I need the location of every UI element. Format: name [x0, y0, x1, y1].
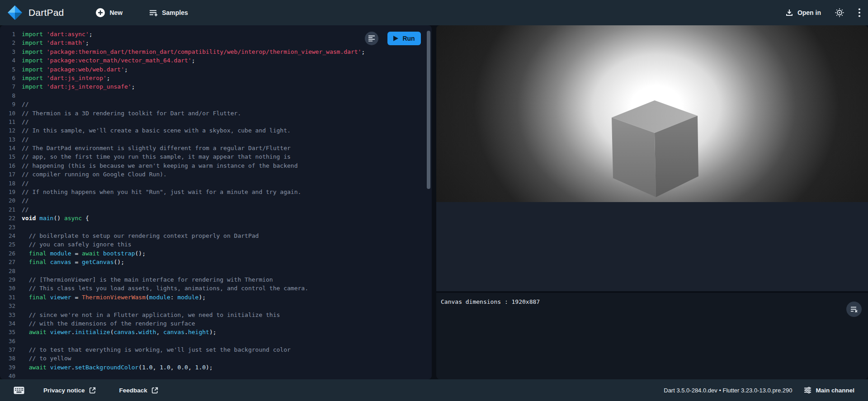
code-line[interactable]: 17// compiler running on Google Cloud Ru…	[0, 170, 432, 179]
clear-console-button[interactable]	[846, 302, 862, 317]
code-line-text: import 'dart:js_interop_unsafe';	[22, 82, 135, 91]
overflow-menu-button[interactable]	[858, 8, 861, 18]
code-line[interactable]: 34 // with the dimensions of the renderi…	[0, 319, 432, 328]
line-number: 29	[0, 275, 15, 284]
channel-label: Main channel	[816, 387, 854, 394]
samples-button-label: Samples	[162, 9, 188, 16]
cube-3d-render	[609, 100, 700, 201]
code-line-text: // Thermion is a 3D rendering toolkit fo…	[22, 109, 241, 118]
code-line-text: //	[22, 135, 29, 144]
code-line[interactable]: 9//	[0, 100, 432, 109]
open-in-button[interactable]: Open in	[785, 9, 821, 17]
line-number: 26	[0, 249, 15, 258]
line-number: 3	[0, 47, 15, 56]
feedback-link[interactable]: Feedback	[119, 387, 158, 394]
open-in-new-icon	[151, 387, 158, 394]
channel-selector[interactable]: Main channel	[804, 387, 854, 394]
code-line[interactable]: 21//	[0, 205, 432, 214]
code-line[interactable]: 13//	[0, 135, 432, 144]
feedback-label: Feedback	[119, 387, 147, 394]
code-line[interactable]: 27 final canvas = getCanvas();	[0, 258, 432, 266]
code-line-text: //	[22, 118, 29, 126]
code-line[interactable]: 26 final module = await bootstrap();	[0, 249, 432, 258]
code-line-text: import 'dart:math';	[22, 38, 89, 47]
code-line[interactable]: 24 // boilerplate to setup our rendering…	[0, 231, 432, 240]
line-number: 31	[0, 293, 15, 302]
code-line[interactable]: 22void main() async {	[0, 214, 432, 222]
line-number: 38	[0, 354, 15, 363]
code-line-text: import 'dart:js_interop';	[22, 74, 110, 82]
code-line[interactable]: 3import 'package:thermion_dart/thermion_…	[0, 47, 432, 56]
code-line-text: final viewer = ThermionViewerWasm(module…	[22, 293, 206, 302]
line-number: 8	[0, 91, 15, 100]
code-line[interactable]: 10// Thermion is a 3D rendering toolkit …	[0, 109, 432, 118]
status-bar: Privacy notice Feedback Dart 3.5.0-284.0…	[0, 379, 868, 401]
keyboard-shortcuts-button[interactable]	[14, 387, 24, 394]
code-line[interactable]: 37 // to test that everything is working…	[0, 345, 432, 354]
theme-brightness-button[interactable]	[835, 8, 844, 18]
code-line-text: //	[22, 205, 29, 214]
add-circle-icon	[95, 8, 105, 18]
code-line[interactable]: 18//	[0, 179, 432, 188]
code-line[interactable]: 14// The DartPad environment is slightly…	[0, 144, 432, 152]
format-button[interactable]	[365, 32, 378, 45]
code-line[interactable]: 25 // you can safely ignore this	[0, 240, 432, 249]
code-line[interactable]: 7import 'dart:js_interop_unsafe';	[0, 82, 432, 91]
line-number: 40	[0, 372, 15, 379]
code-line[interactable]: 29 // [ThermionViewer] is the main inter…	[0, 275, 432, 284]
frame-background	[436, 202, 868, 291]
code-line[interactable]: 40	[0, 372, 432, 379]
code-line-text: // happening (this is because we aren't …	[22, 161, 297, 170]
render-canvas[interactable]	[436, 25, 868, 202]
new-button[interactable]: New	[95, 8, 123, 18]
line-number: 30	[0, 284, 15, 292]
top-bar: DartPad New Samples	[0, 0, 868, 25]
code-line-text: // compiler running on Google Cloud Run)…	[22, 170, 167, 179]
code-line[interactable]: 5import 'package:web/web.dart';	[0, 65, 432, 74]
line-number: 22	[0, 214, 15, 222]
code-line[interactable]: 15// app, so the first time you run this…	[0, 152, 432, 161]
dartpad-app: DartPad New Samples	[0, 0, 868, 401]
code-line[interactable]: 36	[0, 337, 432, 345]
code-line[interactable]: 20//	[0, 196, 432, 205]
code-line[interactable]: 39 await viewer.setBackgroundColor(1.0, …	[0, 363, 432, 372]
code-line-text: await viewer.setBackgroundColor(1.0, 1.0…	[22, 363, 213, 372]
line-number: 37	[0, 345, 15, 354]
code-line[interactable]: 6import 'dart:js_interop';	[0, 74, 432, 82]
line-number: 16	[0, 161, 15, 170]
clear-console-icon	[850, 306, 858, 313]
samples-button[interactable]: Samples	[149, 9, 188, 17]
code-line[interactable]: 12// In this sample, we'll create a basi…	[0, 126, 432, 135]
code-line[interactable]: 35 await viewer.initialize(canvas.width,…	[0, 328, 432, 336]
code-line-text: // The DartPad environment is slightly d…	[22, 144, 291, 152]
line-number: 19	[0, 188, 15, 196]
line-number: 23	[0, 223, 15, 231]
run-button-label: Run	[402, 35, 415, 42]
code-line[interactable]: 38 // to yellow	[0, 354, 432, 363]
code-line-text: //	[22, 179, 29, 188]
code-line[interactable]: 11//	[0, 118, 432, 126]
line-number: 11	[0, 118, 15, 126]
code-line[interactable]: 23	[0, 223, 432, 231]
line-number: 17	[0, 170, 15, 179]
code-line[interactable]: 4import 'package:vector_math/vector_math…	[0, 56, 432, 65]
format-align-icon	[368, 35, 375, 42]
code-line[interactable]: 33 // since we're not in a Flutter appli…	[0, 311, 432, 319]
dart-logo-icon	[7, 5, 23, 20]
run-button[interactable]: Run	[387, 32, 421, 45]
line-number: 13	[0, 135, 15, 144]
code-editor-panel[interactable]: 1import 'dart:async';2import 'dart:math'…	[0, 25, 432, 379]
code-line-text: await viewer.initialize(canvas.width, ca…	[22, 328, 217, 336]
code-line[interactable]: 16// happening (this is because we aren'…	[0, 161, 432, 170]
console-output-text: Canvas dimensions : 868x401	[441, 298, 540, 305]
code-line[interactable]: 28	[0, 267, 432, 275]
code-line-text: final module = await bootstrap();	[22, 249, 146, 258]
privacy-notice-link[interactable]: Privacy notice	[43, 387, 96, 394]
open-in-new-icon	[89, 387, 96, 394]
code-line[interactable]: 19// If nothing happens when you hit "Ru…	[0, 188, 432, 196]
editor-scrollbar[interactable]	[427, 31, 430, 189]
code-line[interactable]: 32	[0, 302, 432, 310]
code-line[interactable]: 31 final viewer = ThermionViewerWasm(mod…	[0, 293, 432, 302]
code-line[interactable]: 30 // This class lets you load assets, l…	[0, 284, 432, 292]
code-line[interactable]: 8	[0, 91, 432, 100]
